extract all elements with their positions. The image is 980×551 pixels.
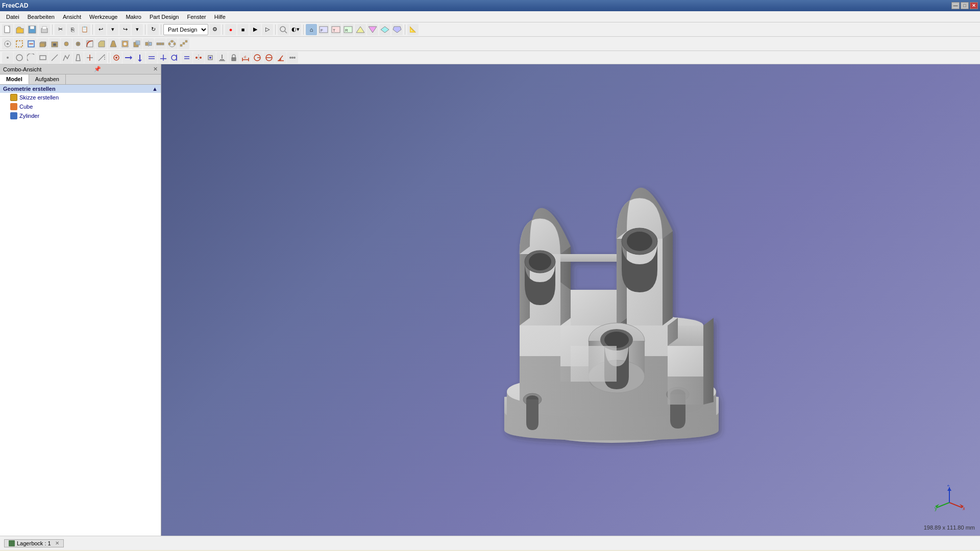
tree-item-zylinder[interactable]: Zylinder (0, 111, 161, 120)
sk-polyline[interactable] (61, 52, 72, 63)
status-tab-close[interactable]: ✕ (55, 540, 59, 546)
pd-thickness[interactable] (119, 38, 131, 49)
svg-point-52 (16, 55, 22, 61)
sk-extend[interactable] (96, 52, 107, 63)
axis-indicator: x y z (934, 485, 965, 515)
tree-section-geometrie[interactable]: Geometrie erstellen ▲ (0, 85, 161, 93)
redo-arrow[interactable]: ▾ (132, 24, 143, 35)
sk-circle[interactable] (14, 52, 25, 63)
sk-rectangle[interactable] (37, 52, 48, 63)
tree-item-cube[interactable]: Cube (0, 102, 161, 111)
menu-partdesign[interactable]: Part Design (145, 13, 183, 21)
menu-makro[interactable]: Makro (121, 13, 145, 21)
cut-button[interactable]: ✂ (55, 24, 66, 35)
pd-multitransform[interactable] (178, 38, 189, 49)
pd-attachment[interactable] (2, 38, 13, 49)
pd-pattern-linear[interactable] (155, 38, 166, 49)
save-button[interactable] (27, 24, 38, 35)
svg-rect-53 (40, 56, 46, 60)
view-bottom[interactable] (367, 24, 378, 35)
tree-section-expand[interactable]: ▲ (152, 86, 158, 92)
constraint-angle[interactable] (275, 52, 286, 63)
macro-stop[interactable]: ■ (237, 24, 249, 35)
macro-record[interactable]: ● (225, 24, 236, 35)
view-modes[interactable]: ◐▾ (290, 24, 301, 35)
paste-button[interactable]: 📋 (79, 24, 90, 35)
panel-pin-button[interactable]: 📌 (94, 66, 101, 72)
view-home[interactable]: ⌂ (306, 24, 317, 35)
svg-rect-40 (149, 42, 152, 45)
menu-bearbeiten[interactable]: Bearbeiten (23, 13, 59, 21)
pd-revolution[interactable] (61, 38, 72, 49)
constraint-parallel[interactable] (146, 52, 157, 63)
sk-line[interactable] (49, 52, 60, 63)
constraint-vertical[interactable] (134, 52, 145, 63)
tree-item-skizze[interactable]: Skizze erstellen (0, 93, 161, 102)
constraint-block[interactable] (205, 52, 216, 63)
menu-werkzeuge[interactable]: Werkzeuge (85, 13, 121, 21)
redo-button[interactable]: ↪ (119, 24, 131, 35)
svg-point-76 (209, 57, 211, 59)
pd-datums[interactable] (14, 38, 25, 49)
menu-ansicht[interactable]: Ansicht (59, 13, 85, 21)
new-button[interactable] (2, 24, 13, 35)
workbench-settings[interactable]: ⚙ (209, 24, 220, 35)
sk-trim[interactable] (84, 52, 95, 63)
panel-close-button[interactable]: ✕ (153, 66, 158, 72)
pd-boolean[interactable] (131, 38, 142, 49)
undo-button[interactable]: ↩ (95, 24, 106, 35)
pd-fillet[interactable] (84, 38, 95, 49)
refresh-button[interactable]: ↻ (148, 24, 159, 35)
pd-pocket[interactable] (49, 38, 60, 49)
view-special1[interactable] (391, 24, 403, 35)
tab-aufgaben[interactable]: Aufgaben (29, 74, 66, 84)
pd-sketch[interactable] (26, 38, 37, 49)
constraint-perpendicular[interactable] (158, 52, 169, 63)
copy-button[interactable]: ⎘ (67, 24, 78, 35)
macro-play2[interactable]: ▷ (262, 24, 273, 35)
pd-pattern-polar[interactable] (166, 38, 178, 49)
view-back[interactable] (355, 24, 366, 35)
view-zoom-box[interactable] (278, 24, 289, 35)
pd-chamfer[interactable] (96, 38, 107, 49)
separator4 (161, 24, 161, 35)
pd-draft[interactable] (108, 38, 119, 49)
constraint-coincident[interactable] (111, 52, 122, 63)
open-button[interactable] (14, 24, 26, 35)
maximize-button[interactable]: □ (961, 2, 969, 9)
minimize-button[interactable]: — (951, 2, 960, 9)
constraint-diameter[interactable] (263, 52, 275, 63)
macro-play[interactable]: ▶ (250, 24, 261, 35)
sk-taper[interactable] (72, 52, 84, 63)
sk-point[interactable] (2, 52, 13, 63)
view-top[interactable]: T (330, 24, 341, 35)
constraint-tangent[interactable] (169, 52, 181, 63)
view-left[interactable] (379, 24, 390, 35)
constraint-more[interactable] (287, 52, 298, 63)
close-button[interactable]: ✕ (970, 2, 978, 9)
pd-mirrored[interactable] (143, 38, 154, 49)
view-front[interactable]: F (318, 24, 329, 35)
constraint-fix[interactable] (216, 52, 228, 63)
measure-tool[interactable]: 📐 (407, 24, 419, 35)
menu-fenster[interactable]: Fenster (183, 13, 210, 21)
constraint-lock[interactable] (228, 52, 239, 63)
constraint-radius[interactable] (252, 52, 263, 63)
constraint-symmetric[interactable] (193, 52, 204, 63)
undo-arrow[interactable]: ▾ (107, 24, 118, 35)
sk-arc[interactable] (26, 52, 37, 63)
tab-model[interactable]: Model (0, 74, 29, 84)
separator6 (275, 24, 276, 35)
menu-datei[interactable]: Datei (2, 13, 23, 21)
viewport[interactable]: x y z 198.89 x 111.80 mm (161, 64, 980, 536)
print-button[interactable] (39, 24, 50, 35)
status-tab-lagerbock[interactable]: Lagerbock : 1 ✕ (4, 539, 64, 547)
view-right[interactable]: R (342, 24, 354, 35)
constraint-equal[interactable] (181, 52, 192, 63)
workbench-dropdown[interactable]: Part Design Part Sketcher Draft (163, 24, 208, 35)
constraint-dimension[interactable]: d (240, 52, 251, 63)
menu-hilfe[interactable]: Hilfe (210, 13, 230, 21)
pd-groove[interactable] (72, 38, 84, 49)
constraint-horizontal[interactable] (122, 52, 134, 63)
pd-pad[interactable] (37, 38, 48, 49)
